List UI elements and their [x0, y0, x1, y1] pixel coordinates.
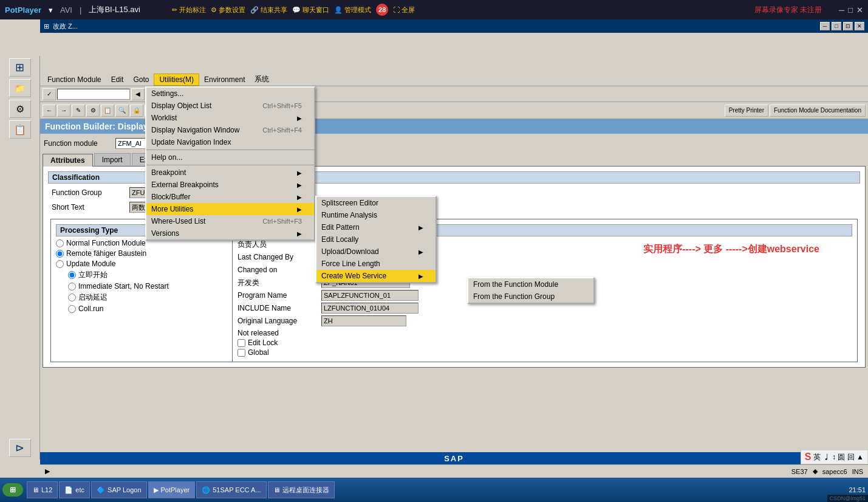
tab-attributes[interactable]: Attributes	[43, 154, 93, 167]
checkbox-edit-lock-label: Edit Lock	[248, 339, 278, 347]
taskbar: ⊞ 🖥 L12 📄 etc 🔷 SAP Logon ▶ PotPlayer 🌐 …	[0, 478, 868, 502]
sap-restore-btn[interactable]: □	[832, 22, 841, 30]
ct-icon-4[interactable]: 💬 聊天窗口	[292, 5, 329, 15]
radio-delayed-input[interactable]	[68, 294, 76, 301]
tab-import[interactable]: Import	[94, 153, 131, 166]
nav-forward-btn[interactable]: →	[57, 105, 70, 117]
left-sidebar: ⊞ 📁 ⚙ 📋 ⊳	[0, 56, 40, 459]
nav-back-btn[interactable]: ←	[43, 105, 56, 117]
chinese-toolbar-items: ✏ 开始标注 ⚙ 参数设置 🔗 结束共享 💬 聊天窗口 👤 管理模式 28 ⛶ …	[172, 4, 415, 16]
taskbar-icon-51sap: 🌐	[202, 486, 210, 494]
nav-btn-pretty[interactable]: Pretty Printer	[725, 105, 768, 117]
gd-label-orig-lang: Original Language	[238, 317, 316, 325]
utilities-dropdown[interactable]: Settings... Display Object List Ctrl+Shi…	[145, 86, 315, 241]
sidebar-icon-4[interactable]: 📋	[9, 120, 31, 139]
gd-input-dev-class[interactable]	[321, 277, 410, 288]
gd-input-program-name[interactable]	[321, 290, 419, 301]
sap-minimize-btn[interactable]: ─	[820, 22, 830, 30]
taskbar-btn-51sap[interactable]: 🌐 51SAP ECC A...	[196, 481, 266, 498]
menu-item-utilities[interactable]: Utilities(M)	[154, 74, 199, 86]
menu-breakpoint[interactable]: Breakpoint ▶	[146, 167, 314, 179]
gd-input-changed-on[interactable]	[321, 264, 410, 275]
radio-coll-run-label: Coll.run	[78, 304, 103, 313]
sougou-items: 英 ♩ ↕ 圆 回 ▲	[813, 452, 864, 462]
title-chevron: ▾	[49, 5, 53, 15]
start-button[interactable]: ⊞	[2, 483, 23, 497]
radio-no-restart-input[interactable]	[68, 283, 76, 291]
gd-label-last-changed: Last Changed By	[238, 253, 316, 261]
menu-item-edit[interactable]: Edit	[106, 74, 129, 85]
ct-icon-1[interactable]: ✏ 开始标注	[172, 5, 206, 15]
sidebar-nav-icon[interactable]: ⊳	[9, 439, 31, 457]
menu-worklist[interactable]: Worklist ▶	[146, 112, 314, 124]
gd-input-include-name[interactable]	[321, 303, 419, 314]
radio-remote: Remote fähiger Baustein	[56, 249, 227, 258]
general-data-title: General Data	[238, 224, 852, 236]
status-bar: ▶ SE37 ◆ sapecc6 INS	[40, 464, 868, 478]
nav-btn-6[interactable]: 🔍	[115, 105, 129, 117]
checkbox-edit-lock[interactable]	[238, 339, 245, 347]
radio-coll-run-input[interactable]	[68, 305, 76, 313]
ct-icon-3[interactable]: 🔗 结束共享	[250, 5, 287, 15]
checkbox-global[interactable]	[238, 349, 245, 357]
ct-icon-2[interactable]: ⚙ 参数设置	[211, 5, 245, 15]
menu-item-environment[interactable]: Environment	[199, 74, 250, 85]
fm-label: Function module	[44, 139, 111, 148]
nav-btn-3[interactable]: ✎	[72, 105, 85, 117]
gd-input-last-changed[interactable]	[321, 252, 410, 263]
taskbar-btn-etc[interactable]: 📄 etc	[59, 481, 90, 498]
taskbar-btn-potplayer[interactable]: ▶ PotPlayer	[148, 481, 196, 498]
menu-display-object-list[interactable]: Display Object List Ctrl+Shift+F5	[146, 100, 314, 112]
minimize-btn[interactable]: ─	[839, 5, 844, 15]
status-mode: INS	[852, 468, 863, 475]
nav-btn-7[interactable]: 🔒	[130, 105, 143, 117]
short-text-label: Short Text	[52, 203, 125, 211]
sap-maximize-btn[interactable]: ⊡	[843, 22, 853, 30]
block-buffer-arrow: ▶	[297, 194, 302, 201]
radio-immediate-input[interactable]	[68, 271, 76, 279]
status-nav-indicator: ▶	[45, 467, 50, 475]
menu-item-goto[interactable]: Goto	[128, 74, 154, 85]
sidebar-icon-2[interactable]: 📁	[9, 79, 31, 97]
nav-btn-doc[interactable]: Function Module Documentation	[770, 105, 866, 117]
sub-options: 立即开始 Immediate Start, No Restart 启动延迟	[68, 270, 227, 313]
toolbar-back-btn[interactable]: ◀	[131, 88, 145, 100]
ct-icon-6[interactable]: ⛶ 全屏	[393, 5, 415, 15]
menu-block-buffer[interactable]: Block/Buffer ▶	[146, 191, 314, 203]
menu-external-breakpoints[interactable]: External Breakpoints ▶	[146, 179, 314, 191]
menu-more-utilities[interactable]: More Utilities ▶	[146, 203, 314, 215]
taskbar-icon-l12: 🖥	[32, 486, 39, 493]
nav-btn-4[interactable]: ⚙	[86, 105, 100, 117]
window-controls[interactable]: ─ □ ✕	[839, 5, 863, 15]
sap-close-btn[interactable]: ✕	[855, 22, 864, 30]
status-sep: ◆	[813, 467, 818, 475]
menu-item-system[interactable]: 系统	[250, 73, 274, 86]
nav-btn-5[interactable]: 📋	[101, 105, 114, 117]
radio-normal-label: Normal Function Module	[66, 239, 146, 247]
sap-window-btns[interactable]: ─ □ ⊡ ✕	[820, 22, 864, 30]
radio-normal-input[interactable]	[56, 239, 64, 247]
menu-update-nav-index[interactable]: Update Navigation Index	[146, 136, 314, 148]
maximize-btn[interactable]: □	[848, 5, 853, 15]
toolbar-check-btn[interactable]: ✓	[43, 88, 56, 100]
taskbar-btn-yunji[interactable]: 🖥 远程桌面连接器	[268, 481, 335, 498]
sap-window-title: 改政 Z...	[53, 22, 78, 31]
ct-icon-5[interactable]: 👤 管理模式	[334, 5, 371, 15]
sidebar-icon-1[interactable]: ⊞	[9, 58, 31, 77]
menu-settings[interactable]: Settings...	[146, 88, 314, 100]
taskbar-btn-sap-logon[interactable]: 🔷 SAP Logon	[91, 481, 146, 498]
menu-versions[interactable]: Versions ▶	[146, 227, 314, 239]
radio-remote-input[interactable]	[56, 250, 64, 258]
taskbar-btn-l12[interactable]: 🖥 L12	[27, 481, 58, 498]
radio-update-input[interactable]	[56, 260, 64, 268]
menu-where-used-list[interactable]: Where-Used List Ctrl+Shift+F3	[146, 215, 314, 227]
close-btn[interactable]: ✕	[856, 5, 863, 15]
toolbar-input[interactable]	[57, 89, 130, 100]
gd-input-person[interactable]	[321, 239, 410, 250]
gd-input-orig-lang[interactable]	[321, 315, 406, 326]
menu-display-nav-window[interactable]: Display Navigation Window Ctrl+Shift+F4	[146, 124, 314, 136]
sap-window-titlebar: ⊞ 改政 Z... ─ □ ⊡ ✕	[40, 19, 868, 33]
menu-item-function-module[interactable]: Function Module	[43, 74, 106, 85]
menu-help-on[interactable]: Help on...	[146, 151, 314, 163]
sidebar-icon-3[interactable]: ⚙	[9, 100, 31, 118]
